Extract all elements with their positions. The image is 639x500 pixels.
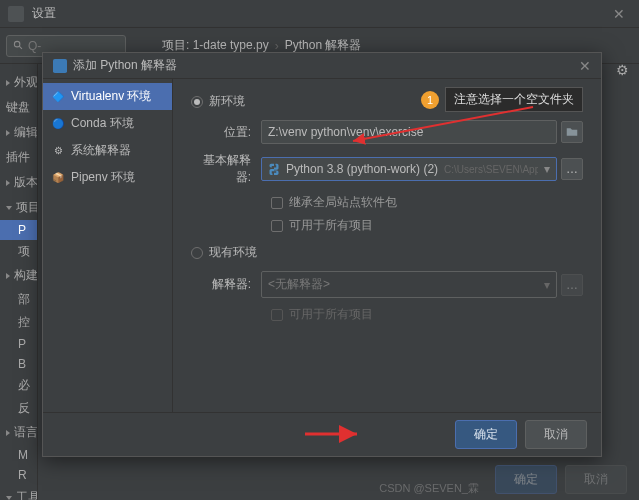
radio-label: 新环境: [209, 93, 245, 110]
sidebar-item[interactable]: 编辑: [0, 120, 37, 145]
browse-base-button[interactable]: …: [561, 158, 583, 180]
sidebar-item[interactable]: 语言: [0, 420, 37, 445]
sidebar-item[interactable]: 反: [0, 397, 37, 420]
sidebar-item[interactable]: 控: [0, 311, 37, 334]
watermark-text: CSDN @SEVEN_霖: [379, 481, 479, 496]
sidebar-item[interactable]: R: [0, 465, 37, 485]
settings-sidebar: 外观键盘编辑插件版本项目P项构建部控PB必反语言MR工具Space: [0, 64, 38, 500]
add-interpreter-dialog: 添加 Python 解释器 ✕ 🔷Virtualenv 环境🔵Conda 环境⚙…: [42, 52, 602, 457]
window-close-icon[interactable]: ✕: [607, 6, 631, 22]
interp-type-item[interactable]: 🔷Virtualenv 环境: [43, 83, 172, 110]
checkbox-label: 继承全局站点软件包: [289, 194, 397, 211]
callout-annotation: 1 注意选择一个空文件夹: [421, 87, 583, 112]
radio-icon: [191, 247, 203, 259]
interp-type-icon: 🔵: [51, 117, 65, 131]
checkbox-label: 可用于所有项目: [289, 306, 373, 323]
sidebar-item[interactable]: 构建: [0, 263, 37, 288]
outer-ok-button[interactable]: 确定: [495, 465, 557, 494]
chevron-down-icon: ▾: [544, 162, 550, 176]
base-interp-path: C:\Users\SEVEN\AppData\Local\Programs\: [444, 164, 538, 175]
gear-icon[interactable]: ⚙: [616, 62, 629, 78]
sidebar-item[interactable]: 必: [0, 374, 37, 397]
sidebar-item[interactable]: P: [0, 334, 37, 354]
callout-number: 1: [421, 91, 439, 109]
ok-button[interactable]: 确定: [455, 420, 517, 449]
cancel-button[interactable]: 取消: [525, 420, 587, 449]
sidebar-item[interactable]: 部: [0, 288, 37, 311]
checkbox-icon: [271, 220, 283, 232]
radio-icon: [191, 96, 203, 108]
dialog-header: 添加 Python 解释器 ✕: [43, 53, 601, 79]
checkbox-inherit[interactable]: 继承全局站点软件包: [271, 194, 583, 211]
python-logo-icon: [268, 163, 280, 175]
radio-existing-env[interactable]: 现有环境: [191, 244, 583, 261]
location-label: 位置:: [191, 124, 261, 141]
interp-type-label: Virtualenv 环境: [71, 88, 151, 105]
interp-type-label: 系统解释器: [71, 142, 131, 159]
callout-text: 注意选择一个空文件夹: [445, 87, 583, 112]
checkbox-all-projects-1[interactable]: 可用于所有项目: [271, 217, 583, 234]
sidebar-item[interactable]: 外观: [0, 70, 37, 95]
checkbox-icon: [271, 309, 283, 321]
sidebar-item[interactable]: 键盘: [0, 95, 37, 120]
chevron-right-icon: ›: [275, 39, 279, 53]
dialog-main: 1 注意选择一个空文件夹 新环境 位置: Z:\venv python\venv…: [173, 79, 601, 412]
base-interp-label: 基本解释器:: [191, 152, 261, 186]
interp-type-icon: ⚙: [51, 144, 65, 158]
sidebar-item[interactable]: B: [0, 354, 37, 374]
chevron-down-icon: ▾: [544, 278, 550, 292]
interp-select: <无解释器> ▾: [261, 271, 557, 298]
sidebar-item[interactable]: 项: [0, 240, 37, 263]
sidebar-item[interactable]: M: [0, 445, 37, 465]
search-icon: [13, 40, 24, 51]
app-icon: [8, 6, 24, 22]
outer-cancel-button[interactable]: 取消: [565, 465, 627, 494]
interp-type-icon: 🔷: [51, 90, 65, 104]
radio-label: 现有环境: [209, 244, 257, 261]
base-interp-value: Python 3.8 (python-work) (2): [286, 162, 438, 176]
interp-type-icon: 📦: [51, 171, 65, 185]
annotation-arrow-2: [303, 425, 363, 443]
svg-rect-2: [53, 59, 67, 73]
interp-label: 解释器:: [191, 276, 261, 293]
dialog-footer: 确定 取消: [43, 412, 601, 456]
svg-point-0: [14, 41, 20, 47]
base-interp-select[interactable]: Python 3.8 (python-work) (2) C:\Users\SE…: [261, 157, 557, 181]
dialog-close-icon[interactable]: ✕: [579, 58, 591, 74]
outer-footer: 确定 取消: [495, 465, 627, 494]
window-titlebar: 设置 ✕: [0, 0, 639, 28]
checkbox-label: 可用于所有项目: [289, 217, 373, 234]
sidebar-item[interactable]: 工具: [0, 485, 37, 500]
interp-type-label: Pipenv 环境: [71, 169, 135, 186]
interp-type-item[interactable]: 📦Pipenv 环境: [43, 164, 172, 191]
python-icon: [53, 59, 67, 73]
window-title: 设置: [32, 5, 607, 22]
search-placeholder: Q-: [28, 39, 41, 53]
sidebar-item[interactable]: 版本: [0, 170, 37, 195]
location-input[interactable]: Z:\venv python\venv\exercise: [261, 120, 557, 144]
sidebar-item[interactable]: 项目: [0, 195, 37, 220]
svg-line-1: [19, 46, 22, 49]
browse-location-button[interactable]: [561, 121, 583, 143]
folder-icon: [566, 126, 578, 138]
sidebar-item[interactable]: 插件: [0, 145, 37, 170]
checkbox-all-projects-2: 可用于所有项目: [271, 306, 583, 323]
dialog-title: 添加 Python 解释器: [73, 57, 579, 74]
interp-type-item[interactable]: ⚙系统解释器: [43, 137, 172, 164]
interp-type-label: Conda 环境: [71, 115, 134, 132]
browse-interp-button: …: [561, 274, 583, 296]
interpreter-type-sidebar: 🔷Virtualenv 环境🔵Conda 环境⚙系统解释器📦Pipenv 环境: [43, 79, 173, 412]
interp-type-item[interactable]: 🔵Conda 环境: [43, 110, 172, 137]
checkbox-icon: [271, 197, 283, 209]
sidebar-item[interactable]: P: [0, 220, 37, 240]
